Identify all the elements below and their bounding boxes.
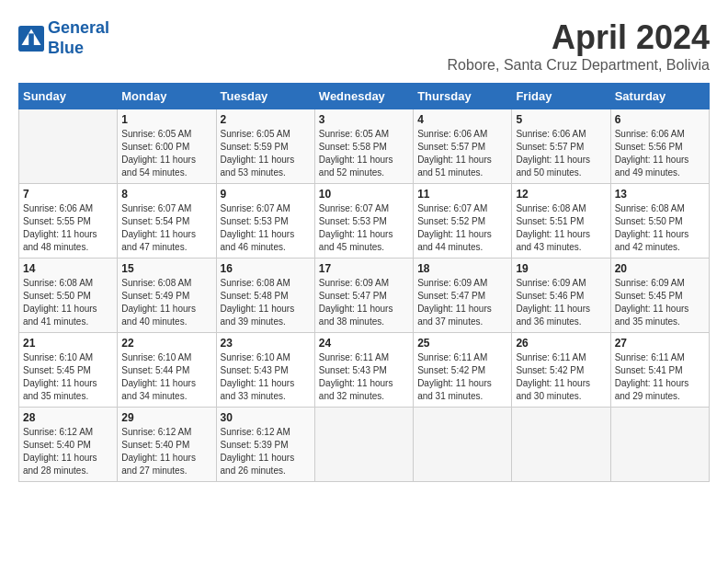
day-number: 24	[319, 337, 409, 350]
day-number: 2	[221, 113, 311, 126]
day-number: 11	[417, 188, 507, 201]
day-info: Sunrise: 6:07 AMSunset: 5:54 PMDaylight:…	[121, 202, 211, 254]
day-number: 20	[615, 262, 705, 275]
calendar-cell: 7Sunrise: 6:06 AMSunset: 5:55 PMDaylight…	[19, 184, 118, 259]
calendar-cell: 18Sunrise: 6:09 AMSunset: 5:47 PMDayligh…	[414, 259, 512, 333]
calendar-cell: 24Sunrise: 6:11 AMSunset: 5:43 PMDayligh…	[314, 333, 413, 408]
day-info: Sunrise: 6:05 AMSunset: 6:00 PMDaylight:…	[121, 128, 211, 179]
logo-line1: General	[48, 18, 109, 37]
day-number: 13	[615, 188, 705, 201]
calendar-cell: 28Sunrise: 6:12 AMSunset: 5:40 PMDayligh…	[19, 408, 118, 482]
day-info: Sunrise: 6:10 AMSunset: 5:45 PMDaylight:…	[23, 351, 113, 403]
day-info: Sunrise: 6:09 AMSunset: 5:46 PMDaylight:…	[516, 277, 606, 328]
day-info: Sunrise: 6:12 AMSunset: 5:40 PMDaylight:…	[121, 426, 211, 477]
day-info: Sunrise: 6:07 AMSunset: 5:53 PMDaylight:…	[319, 202, 409, 254]
calendar-cell	[314, 408, 413, 482]
logo: General Blue	[18, 18, 109, 58]
calendar-cell	[610, 408, 709, 482]
day-info: Sunrise: 6:06 AMSunset: 5:57 PMDaylight:…	[417, 128, 507, 179]
day-number: 27	[615, 337, 705, 350]
calendar-cell: 22Sunrise: 6:10 AMSunset: 5:44 PMDayligh…	[118, 333, 216, 408]
calendar-cell: 12Sunrise: 6:08 AMSunset: 5:51 PMDayligh…	[512, 184, 610, 259]
day-info: Sunrise: 6:05 AMSunset: 5:59 PMDaylight:…	[221, 128, 311, 179]
week-row-5: 28Sunrise: 6:12 AMSunset: 5:40 PMDayligh…	[19, 408, 710, 482]
day-number: 8	[121, 188, 211, 201]
calendar-cell: 8Sunrise: 6:07 AMSunset: 5:54 PMDaylight…	[118, 184, 216, 259]
day-info: Sunrise: 6:06 AMSunset: 5:55 PMDaylight:…	[23, 202, 113, 254]
calendar-cell: 14Sunrise: 6:08 AMSunset: 5:50 PMDayligh…	[19, 259, 118, 333]
day-info: Sunrise: 6:09 AMSunset: 5:47 PMDaylight:…	[319, 277, 409, 328]
day-number: 25	[417, 337, 507, 350]
day-number: 22	[121, 337, 211, 350]
day-info: Sunrise: 6:12 AMSunset: 5:40 PMDaylight:…	[23, 426, 113, 477]
day-info: Sunrise: 6:10 AMSunset: 5:44 PMDaylight:…	[121, 351, 211, 403]
calendar-cell: 6Sunrise: 6:06 AMSunset: 5:56 PMDaylight…	[610, 109, 709, 184]
logo-line2: Blue	[48, 39, 84, 57]
month-title: April 2024	[448, 18, 710, 57]
day-number: 30	[221, 411, 311, 424]
day-number: 4	[417, 113, 507, 126]
day-info: Sunrise: 6:06 AMSunset: 5:56 PMDaylight:…	[615, 128, 705, 179]
title-section: April 2024 Robore, Santa Cruz Department…	[448, 18, 710, 74]
calendar-cell: 23Sunrise: 6:10 AMSunset: 5:43 PMDayligh…	[216, 333, 314, 408]
calendar-cell: 20Sunrise: 6:09 AMSunset: 5:45 PMDayligh…	[610, 259, 709, 333]
day-number: 17	[319, 262, 409, 275]
day-number: 23	[221, 337, 311, 350]
day-info: Sunrise: 6:07 AMSunset: 5:53 PMDaylight:…	[221, 202, 311, 254]
day-number: 26	[516, 337, 606, 350]
logo-text: General Blue	[48, 18, 109, 58]
day-info: Sunrise: 6:08 AMSunset: 5:51 PMDaylight:…	[516, 202, 606, 254]
calendar-cell: 2Sunrise: 6:05 AMSunset: 5:59 PMDaylight…	[216, 109, 314, 184]
day-info: Sunrise: 6:05 AMSunset: 5:58 PMDaylight:…	[319, 128, 409, 179]
calendar-cell: 26Sunrise: 6:11 AMSunset: 5:42 PMDayligh…	[512, 333, 610, 408]
week-row-2: 7Sunrise: 6:06 AMSunset: 5:55 PMDaylight…	[19, 184, 710, 259]
day-number: 5	[516, 113, 606, 126]
day-info: Sunrise: 6:08 AMSunset: 5:50 PMDaylight:…	[23, 277, 113, 328]
calendar-table: SundayMondayTuesdayWednesdayThursdayFrid…	[18, 83, 710, 482]
week-row-3: 14Sunrise: 6:08 AMSunset: 5:50 PMDayligh…	[19, 259, 710, 333]
day-info: Sunrise: 6:08 AMSunset: 5:48 PMDaylight:…	[221, 277, 311, 328]
weekday-header-tuesday: Tuesday	[216, 84, 314, 109]
calendar-cell: 5Sunrise: 6:06 AMSunset: 5:57 PMDaylight…	[512, 109, 610, 184]
day-info: Sunrise: 6:09 AMSunset: 5:47 PMDaylight:…	[417, 277, 507, 328]
weekday-header-saturday: Saturday	[610, 84, 709, 109]
day-number: 29	[121, 411, 211, 424]
day-number: 3	[319, 113, 409, 126]
week-row-4: 21Sunrise: 6:10 AMSunset: 5:45 PMDayligh…	[19, 333, 710, 408]
day-number: 21	[23, 337, 113, 350]
week-row-1: 1Sunrise: 6:05 AMSunset: 6:00 PMDaylight…	[19, 109, 710, 184]
location-title: Robore, Santa Cruz Department, Bolivia	[448, 57, 710, 74]
day-number: 6	[615, 113, 705, 126]
day-info: Sunrise: 6:11 AMSunset: 5:43 PMDaylight:…	[319, 351, 409, 403]
calendar-cell: 16Sunrise: 6:08 AMSunset: 5:48 PMDayligh…	[216, 259, 314, 333]
calendar-cell	[19, 109, 118, 184]
day-info: Sunrise: 6:11 AMSunset: 5:41 PMDaylight:…	[615, 351, 705, 403]
weekday-header-sunday: Sunday	[19, 84, 118, 109]
calendar-cell	[414, 408, 512, 482]
weekday-header-thursday: Thursday	[414, 84, 512, 109]
calendar-cell: 15Sunrise: 6:08 AMSunset: 5:49 PMDayligh…	[118, 259, 216, 333]
calendar-cell: 19Sunrise: 6:09 AMSunset: 5:46 PMDayligh…	[512, 259, 610, 333]
calendar-cell: 9Sunrise: 6:07 AMSunset: 5:53 PMDaylight…	[216, 184, 314, 259]
day-number: 9	[221, 188, 311, 201]
calendar-cell: 21Sunrise: 6:10 AMSunset: 5:45 PMDayligh…	[19, 333, 118, 408]
day-info: Sunrise: 6:08 AMSunset: 5:50 PMDaylight:…	[615, 202, 705, 254]
calendar-cell: 27Sunrise: 6:11 AMSunset: 5:41 PMDayligh…	[610, 333, 709, 408]
weekday-header-monday: Monday	[118, 84, 216, 109]
calendar-cell: 25Sunrise: 6:11 AMSunset: 5:42 PMDayligh…	[414, 333, 512, 408]
day-number: 7	[23, 188, 113, 201]
day-number: 14	[23, 262, 113, 275]
day-info: Sunrise: 6:06 AMSunset: 5:57 PMDaylight:…	[516, 128, 606, 179]
calendar-cell: 30Sunrise: 6:12 AMSunset: 5:39 PMDayligh…	[216, 408, 314, 482]
day-info: Sunrise: 6:10 AMSunset: 5:43 PMDaylight:…	[221, 351, 311, 403]
calendar-cell: 17Sunrise: 6:09 AMSunset: 5:47 PMDayligh…	[314, 259, 413, 333]
calendar-cell: 3Sunrise: 6:05 AMSunset: 5:58 PMDaylight…	[314, 109, 413, 184]
weekday-header-wednesday: Wednesday	[314, 84, 413, 109]
calendar-cell: 11Sunrise: 6:07 AMSunset: 5:52 PMDayligh…	[414, 184, 512, 259]
calendar-cell: 10Sunrise: 6:07 AMSunset: 5:53 PMDayligh…	[314, 184, 413, 259]
day-number: 19	[516, 262, 606, 275]
day-number: 12	[516, 188, 606, 201]
page-header: General Blue April 2024 Robore, Santa Cr…	[18, 18, 710, 74]
day-number: 15	[121, 262, 211, 275]
calendar-cell: 4Sunrise: 6:06 AMSunset: 5:57 PMDaylight…	[414, 109, 512, 184]
